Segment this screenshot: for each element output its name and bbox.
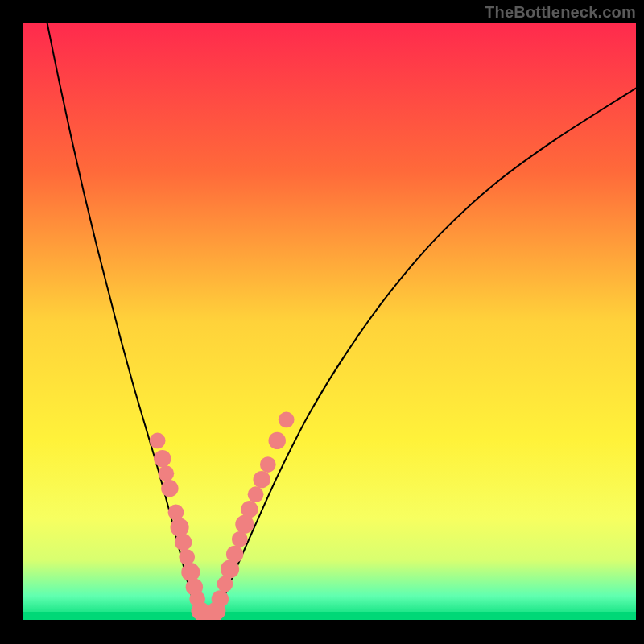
data-marker (232, 531, 248, 547)
baseline-strip (23, 612, 636, 620)
data-marker (175, 534, 192, 551)
data-marker (168, 505, 184, 521)
watermark-text: TheBottleneck.com (485, 3, 636, 22)
data-marker (241, 501, 258, 518)
data-marker (269, 432, 286, 449)
data-marker (154, 450, 171, 467)
data-marker (150, 433, 166, 449)
plot-background (23, 23, 636, 620)
data-marker (217, 576, 233, 592)
data-marker (248, 486, 264, 502)
data-marker (158, 465, 174, 481)
chart-stage: TheBottleneck.com (0, 0, 644, 644)
chart-svg (0, 0, 644, 644)
data-marker (253, 471, 270, 488)
data-marker (212, 590, 229, 607)
data-marker (171, 518, 189, 536)
data-marker (260, 456, 276, 473)
data-marker (181, 563, 200, 581)
data-marker (226, 546, 243, 563)
data-marker (179, 549, 195, 565)
data-marker (161, 480, 178, 497)
data-marker (279, 412, 295, 428)
